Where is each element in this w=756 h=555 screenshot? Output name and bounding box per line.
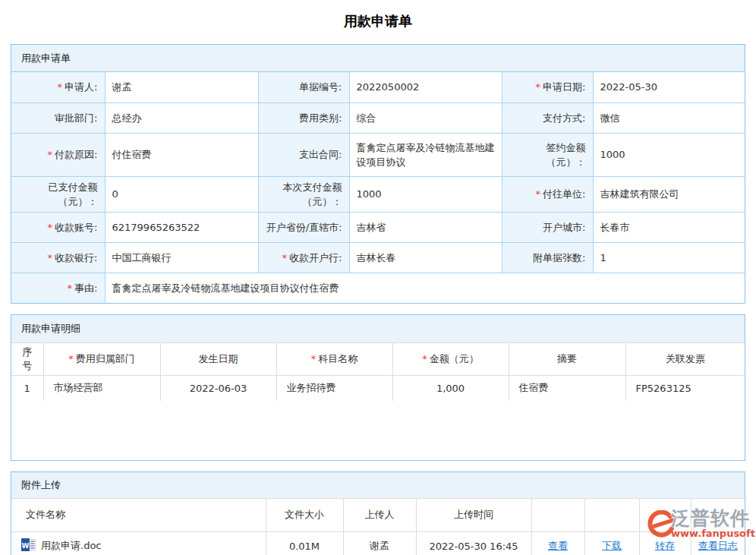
current-payment-amount-label: 本次支付金额（元）：	[258, 176, 349, 212]
view-link[interactable]: 查看	[548, 540, 568, 551]
action-cell: 查看	[531, 532, 584, 555]
col-seq: 序号	[11, 343, 43, 376]
account-province-label: 开户省份/直辖市:	[258, 212, 349, 242]
brand-url: www.fanpusoft.com	[671, 528, 756, 538]
form-row-reason: *事由: 畜禽定点屠宰及冷链物流基地建设项目协议付住宿费	[11, 273, 745, 303]
detail-panel-title: 用款申请明细	[11, 315, 745, 343]
detail-empty-area	[11, 401, 745, 460]
empty-header-cell	[584, 499, 639, 532]
page-title: 用款申请单	[0, 0, 756, 44]
account-city-label: 开户城市:	[502, 212, 593, 242]
reason-label: *事由:	[11, 273, 105, 303]
required-asterisk: *	[536, 81, 543, 93]
payee-unit-value: 吉林建筑有限公司	[593, 176, 745, 212]
current-payment-amount-value: 1000	[349, 176, 502, 212]
required-asterisk: *	[282, 252, 290, 263]
reason-value: 畜禽定点屠宰及冷链物流基地建设项目协议付住宿费	[105, 273, 745, 303]
required-asterisk: *	[48, 149, 55, 160]
col-label: 金额（元）	[430, 353, 479, 364]
paid-amount-label: 已支付金额（元）：	[11, 176, 105, 212]
apply-date-label: *申请日期:	[502, 72, 593, 102]
payee-unit-label: *付往单位:	[502, 176, 593, 212]
col-label: 科目名称	[318, 353, 358, 364]
required-asterisk: *	[58, 81, 65, 93]
uploader-cell: 谢孟	[343, 532, 416, 555]
col-label: 序号	[22, 346, 32, 371]
label-text: 附单据张数:	[533, 252, 585, 263]
form-row-2: 审批部门: 总经办 费用类别: 综合 支付方式: 微信	[11, 102, 745, 133]
applicant-label: *申请人:	[11, 72, 105, 102]
summary-cell: 住宿费	[509, 376, 625, 401]
receiving-account-label: *收款账号:	[11, 212, 105, 242]
col-label: 费用归属部门	[76, 353, 135, 364]
col-label: 摘要	[557, 353, 577, 364]
approval-dept-label: 审批部门:	[11, 102, 105, 133]
detail-row: 1 市场经营部 2022-06-03 业务招待费 1,000 住宿费 FP526…	[11, 376, 745, 401]
account-province-value: 吉林省	[349, 212, 502, 242]
label-text: 已支付金额（元）：	[49, 181, 98, 207]
label-text: 单据编号:	[299, 81, 342, 93]
account-city-value: 长春市	[593, 212, 745, 242]
file-name-text[interactable]: 用款申请.doc	[41, 540, 102, 551]
expense-category-value: 综合	[349, 102, 502, 133]
upload-time-cell: 2022-05-30 16:45	[416, 532, 531, 555]
amount-cell: 1,000	[392, 376, 509, 401]
download-link[interactable]: 下载	[602, 540, 622, 551]
label-text: 开户省份/直辖市:	[266, 222, 342, 233]
approval-dept-value: 总经办	[105, 102, 258, 133]
form-row-4: 已支付金额（元）： 0 本次支付金额（元）： 1000 *付往单位: 吉林建筑有…	[11, 176, 745, 212]
col-related-invoice: 关联发票	[625, 343, 745, 376]
form-row-3: *付款原因: 付住宿费 支出合同: 畜禽定点屠宰及冷链物流基地建设项目协议 签约…	[11, 133, 745, 176]
file-size-cell: 0.01M	[266, 532, 343, 555]
required-asterisk: *	[311, 353, 319, 364]
watermark-text: 泛普软件 www.fanpusoft.com	[671, 508, 756, 538]
label-text: 审批部门:	[55, 112, 97, 124]
file-name-cell: W 用款申请.doc	[11, 532, 266, 555]
form-row-1: *申请人: 谢孟 单据编号: 2022050002 *申请日期: 2022-05…	[11, 72, 745, 102]
document-no-label: 单据编号:	[258, 72, 349, 102]
form-panel-title: 用款申请单	[11, 45, 745, 72]
col-expense-dept: *费用归属部门	[43, 343, 160, 376]
col-amount: *金额（元）	[392, 343, 509, 376]
apply-date-value: 2022-05-30	[593, 72, 745, 102]
occur-date-cell: 2022-06-03	[160, 376, 276, 401]
label-text: 收款银行:	[55, 252, 97, 263]
related-invoice-cell: FP5263125	[625, 376, 745, 401]
attachment-row: W 用款申请.doc 0.01M 谢孟 2022-05-30 16:45 查看 …	[11, 532, 745, 555]
receiving-account-value: 62179965263522	[105, 212, 258, 242]
detail-table: 序号 *费用归属部门 发生日期 *科目名称 *金额（元） 摘要 关联发票 1 市…	[11, 343, 745, 401]
required-asterisk: *	[422, 353, 430, 364]
action-cell: 下载	[584, 532, 639, 555]
seq-cell: 1	[11, 376, 43, 401]
attachment-header-row: 文件名称 文件大小 上传人 上传时间	[11, 499, 745, 532]
receiving-bank-value: 中国工商银行	[105, 242, 258, 273]
label-text: 费用类别:	[299, 112, 342, 124]
col-occur-date: 发生日期	[160, 343, 276, 376]
payment-method-value: 微信	[593, 102, 745, 133]
label-text: 支付方式:	[543, 112, 585, 124]
label-text: 开户城市:	[543, 222, 585, 233]
label-text: 收款开户行:	[289, 252, 342, 263]
label-text: 支出合同:	[299, 149, 342, 160]
contract-amount-value: 1000	[593, 133, 745, 176]
receiving-bank-label: *收款银行:	[11, 242, 105, 273]
required-asterisk: *	[68, 282, 75, 294]
form-row-5: *收款账号: 62179965263522 开户省份/直辖市: 吉林省 开户城市…	[11, 212, 745, 242]
required-asterisk: *	[48, 222, 55, 233]
form-row-6: *收款银行: 中国工商银行 *收款开户行: 吉林长春 附单据张数: 1	[11, 242, 745, 273]
label-text: 付款原因:	[55, 149, 97, 160]
brand-name: 泛普软件	[671, 508, 756, 528]
col-upload-time: 上传时间	[416, 499, 531, 532]
contract-amount-label: 签约金额（元）：	[502, 133, 593, 176]
detail-header-row: 序号 *费用归属部门 发生日期 *科目名称 *金额（元） 摘要 关联发票	[11, 343, 745, 376]
col-summary: 摘要	[509, 343, 625, 376]
required-asterisk: *	[536, 188, 543, 200]
payment-reason-label: *付款原因:	[11, 133, 105, 176]
expense-contract-value: 畜禽定点屠宰及冷链物流基地建设项目协议	[349, 133, 502, 176]
applicant-value: 谢孟	[105, 72, 258, 102]
required-asterisk: *	[48, 252, 55, 263]
payment-detail-panel: 用款申请明细 序号 *费用归属部门 发生日期 *科目名称 *金额（元） 摘要 关…	[11, 314, 745, 461]
label-text: 本次支付金额（元）：	[283, 181, 342, 207]
label-text: 收款账号:	[55, 222, 97, 233]
expense-dept-cell: 市场经营部	[43, 376, 160, 401]
